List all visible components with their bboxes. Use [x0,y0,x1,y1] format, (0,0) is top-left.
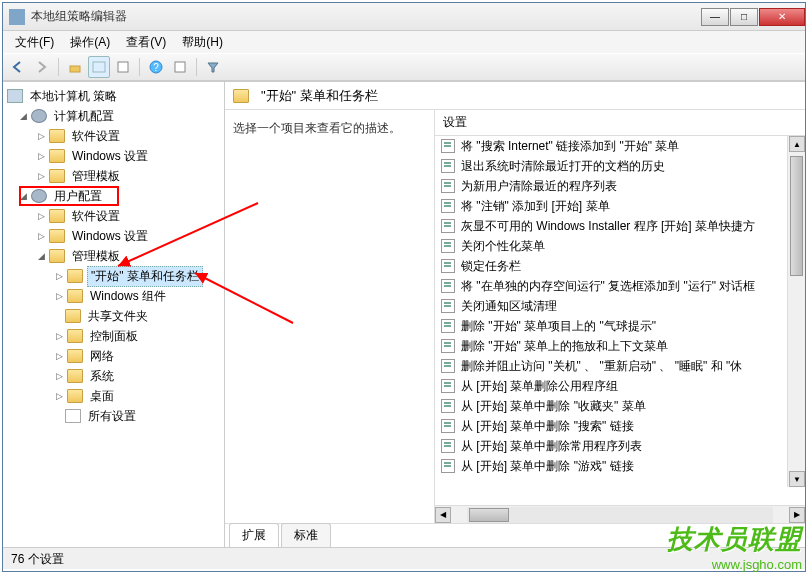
filter-button[interactable] [202,56,224,78]
settings-column-header[interactable]: 设置 [435,110,805,136]
help-button[interactable]: ? [145,56,167,78]
tree-uc-admin[interactable]: ◢ 管理模板 [3,246,224,266]
setting-item[interactable]: 关闭个性化菜单 [435,236,805,256]
setting-item-icon [441,319,455,333]
folder-icon [67,289,83,303]
tree-user-config[interactable]: ◢ 用户配置 [3,186,224,206]
vertical-scrollbar[interactable]: ▲ ▼ [787,136,805,487]
menu-file[interactable]: 文件(F) [7,32,62,53]
expander-icon[interactable]: ▷ [35,210,47,222]
folder-icon [49,229,65,243]
setting-item-icon [441,299,455,313]
expander-icon[interactable]: ▷ [35,170,47,182]
folder-icon [49,249,65,263]
tree-shared-folders[interactable]: 共享文件夹 [3,306,224,326]
tree-win-components[interactable]: ▷ Windows 组件 [3,286,224,306]
setting-item-icon [441,199,455,213]
policy-icon [7,89,23,103]
horizontal-scrollbar[interactable]: ◀ ▶ [435,505,805,523]
setting-item[interactable]: 将 "注销" 添加到 [开始] 菜单 [435,196,805,216]
setting-item[interactable]: 删除并阻止访问 "关机" 、 "重新启动" 、 "睡眠" 和 "休 [435,356,805,376]
menu-action[interactable]: 操作(A) [62,32,118,53]
expander-icon[interactable]: ▷ [35,230,47,242]
window-title: 本地组策略编辑器 [31,8,700,25]
expander-icon[interactable]: ◢ [35,250,47,262]
titlebar[interactable]: 本地组策略编辑器 — □ ✕ [3,3,805,31]
setting-item-label: 删除并阻止访问 "关机" 、 "重新启动" 、 "睡眠" 和 "休 [461,358,742,375]
tree-computer-config[interactable]: ◢ 计算机配置 [3,106,224,126]
tab-standard[interactable]: 标准 [281,523,331,547]
forward-button[interactable] [31,56,53,78]
setting-item-icon [441,359,455,373]
scroll-thumb-h[interactable] [469,508,509,522]
tree-uc-software[interactable]: ▷ 软件设置 [3,206,224,226]
scroll-thumb-v[interactable] [790,156,803,276]
setting-item[interactable]: 从 [开始] 菜单中删除 "游戏" 链接 [435,456,805,476]
setting-item-label: 为新用户清除最近的程序列表 [461,178,617,195]
minimize-button[interactable]: — [701,8,729,26]
tree-start-taskbar[interactable]: ▷ "开始" 菜单和任务栏 [3,266,224,286]
expander-icon[interactable]: ◢ [17,190,29,202]
setting-item[interactable]: 锁定任务栏 [435,256,805,276]
setting-item[interactable]: 从 [开始] 菜单删除公用程序组 [435,376,805,396]
expander-icon[interactable]: ▷ [35,150,47,162]
expander-icon[interactable]: ▷ [53,270,65,282]
description-panel: 选择一个项目来查看它的描述。 [225,110,435,523]
setting-item[interactable]: 退出系统时清除最近打开的文档的历史 [435,156,805,176]
tree-cc-software[interactable]: ▷ 软件设置 [3,126,224,146]
menu-view[interactable]: 查看(V) [118,32,174,53]
tree-desktop[interactable]: ▷ 桌面 [3,386,224,406]
folder-icon [67,269,83,283]
setting-item[interactable]: 从 [开始] 菜单中删除 "搜索" 链接 [435,416,805,436]
menu-help[interactable]: 帮助(H) [174,32,231,53]
svg-rect-5 [175,62,185,72]
expander-icon[interactable]: ▷ [35,130,47,142]
scroll-right-button[interactable]: ▶ [789,507,805,523]
scroll-down-button[interactable]: ▼ [789,471,805,487]
setting-item[interactable]: 将 "搜索 Internet" 链接添加到 "开始" 菜单 [435,136,805,156]
tree-selected-label: "开始" 菜单和任务栏 [87,266,203,287]
setting-item-label: 从 [开始] 菜单删除公用程序组 [461,378,618,395]
setting-item[interactable]: 删除 "开始" 菜单项目上的 "气球提示" [435,316,805,336]
setting-item[interactable]: 从 [开始] 菜单中删除 "收藏夹" 菜单 [435,396,805,416]
folder-icon [49,169,65,183]
setting-item[interactable]: 将 "在单独的内存空间运行" 复选框添加到 "运行" 对话框 [435,276,805,296]
expander-icon[interactable]: ▷ [53,390,65,402]
close-button[interactable]: ✕ [759,8,805,26]
maximize-button[interactable]: □ [730,8,758,26]
settings-list: 将 "搜索 Internet" 链接添加到 "开始" 菜单退出系统时清除最近打开… [435,136,805,505]
tree-root[interactable]: 本地计算机 策略 [3,86,224,106]
setting-item-label: 将 "注销" 添加到 [开始] 菜单 [461,198,610,215]
expander-icon[interactable]: ▷ [53,350,65,362]
setting-item[interactable]: 为新用户清除最近的程序列表 [435,176,805,196]
setting-item[interactable]: 关闭通知区域清理 [435,296,805,316]
refresh-button[interactable] [169,56,191,78]
expander-icon[interactable]: ◢ [17,110,29,122]
tree-all-settings[interactable]: 所有设置 [3,406,224,426]
tree-root-label: 本地计算机 策略 [27,87,120,106]
setting-item[interactable]: 从 [开始] 菜单中删除常用程序列表 [435,436,805,456]
setting-item[interactable]: 灰显不可用的 Windows Installer 程序 [开始] 菜单快捷方 [435,216,805,236]
tree-cc-windows[interactable]: ▷ Windows 设置 [3,146,224,166]
svg-text:?: ? [153,62,159,73]
list-view-button[interactable] [88,56,110,78]
setting-item[interactable]: 删除 "开始" 菜单上的拖放和上下文菜单 [435,336,805,356]
expander-icon[interactable]: ▷ [53,330,65,342]
back-button[interactable] [7,56,29,78]
tree-uc-windows[interactable]: ▷ Windows 设置 [3,226,224,246]
tree-control-panel[interactable]: ▷ 控制面板 [3,326,224,346]
expander-icon[interactable]: ▷ [53,370,65,382]
up-button[interactable] [64,56,86,78]
setting-item-label: 从 [开始] 菜单中删除 "收藏夹" 菜单 [461,398,646,415]
setting-item-icon [441,399,455,413]
tab-extended[interactable]: 扩展 [229,523,279,547]
export-button[interactable] [112,56,134,78]
setting-item-icon [441,339,455,353]
expander-icon[interactable]: ▷ [53,290,65,302]
setting-item-icon [441,379,455,393]
tree-system[interactable]: ▷ 系统 [3,366,224,386]
scroll-left-button[interactable]: ◀ [435,507,451,523]
tree-cc-admin[interactable]: ▷ 管理模板 [3,166,224,186]
tree-network[interactable]: ▷ 网络 [3,346,224,366]
scroll-up-button[interactable]: ▲ [789,136,805,152]
